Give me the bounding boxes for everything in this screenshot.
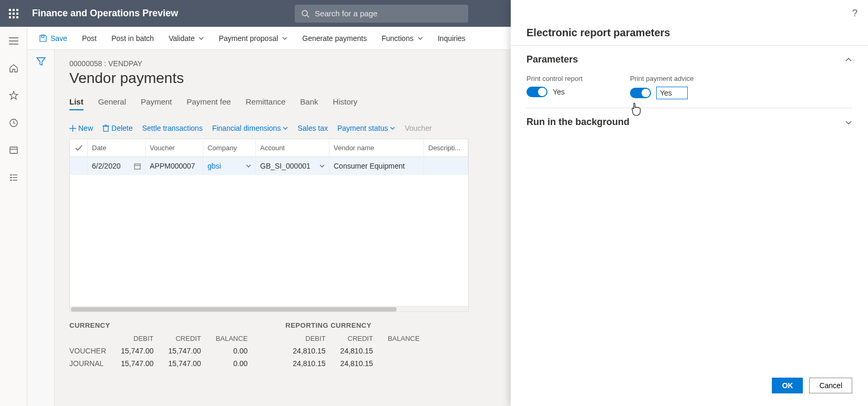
svg-rect-5 xyxy=(16,13,18,15)
search-icon xyxy=(301,9,309,18)
chevron-down-icon xyxy=(845,119,852,126)
cancel-button[interactable]: Cancel xyxy=(809,378,852,393)
flyout-title: Electronic report parameters xyxy=(511,27,868,46)
cell-account[interactable]: GB_SI_000001 xyxy=(256,157,329,175)
svg-rect-3 xyxy=(9,13,11,15)
new-button[interactable]: New xyxy=(69,124,93,132)
grid-header: Date Voucher Company Account Vendor name… xyxy=(70,139,468,157)
tab-list[interactable]: List xyxy=(69,97,84,110)
chevron-down-icon xyxy=(390,126,395,131)
col-credit: CREDIT xyxy=(333,332,380,345)
svg-rect-8 xyxy=(16,16,18,18)
row-voucher: VOUCHER xyxy=(69,345,113,357)
parameters-section: Parameters Print control report Yes Prin… xyxy=(526,46,852,108)
svg-rect-15 xyxy=(10,147,17,153)
tab-payment[interactable]: Payment xyxy=(141,97,172,110)
run-in-background-toggle[interactable]: Run in the background xyxy=(526,117,852,128)
table-row[interactable]: 6/2/2020 APPM000007 gbsi GB_SI_000001 Co… xyxy=(70,157,468,175)
print-payment-advice-field: Print payment advice Yes xyxy=(630,75,694,99)
cell-description[interactable] xyxy=(424,157,468,175)
rail-modules-icon[interactable] xyxy=(0,168,27,188)
svg-point-9 xyxy=(302,11,307,16)
print-payment-advice-label: Print payment advice xyxy=(630,75,694,82)
rail-home-icon[interactable] xyxy=(0,58,27,78)
header-voucher[interactable]: Voucher xyxy=(146,139,203,157)
chevron-down-icon xyxy=(199,36,204,41)
financial-dimensions-menu[interactable]: Financial dimensions xyxy=(212,124,288,132)
validate-menu[interactable]: Validate xyxy=(161,27,212,50)
filter-pane-toggle[interactable] xyxy=(27,50,55,406)
svg-rect-23 xyxy=(42,35,44,37)
functions-menu[interactable]: Functions xyxy=(374,27,430,50)
col-balance: BALANCE xyxy=(209,332,255,345)
header-company[interactable]: Company xyxy=(203,139,256,157)
chevron-down-icon xyxy=(282,36,287,41)
post-in-batch-button[interactable]: Post in batch xyxy=(104,27,161,50)
header-date[interactable]: Date xyxy=(88,139,146,157)
calendar-icon[interactable] xyxy=(134,163,141,170)
app-launcher[interactable] xyxy=(0,0,27,27)
cell-company[interactable]: gbsi xyxy=(203,157,256,175)
rail-favorites-icon[interactable] xyxy=(0,86,27,106)
tab-payment-fee[interactable]: Payment fee xyxy=(187,97,231,110)
col-balance: BALANCE xyxy=(380,332,427,345)
ok-button[interactable]: OK xyxy=(772,378,803,393)
header-account[interactable]: Account xyxy=(256,139,329,157)
print-control-report-toggle[interactable] xyxy=(526,87,547,97)
disk-icon xyxy=(39,34,47,43)
svg-point-19 xyxy=(10,177,12,179)
rail-recent-icon[interactable] xyxy=(0,113,27,133)
print-payment-advice-value[interactable]: Yes xyxy=(656,87,688,99)
cell-date[interactable]: 6/2/2020 xyxy=(88,157,146,175)
tab-remittance[interactable]: Remittance xyxy=(245,97,285,110)
chevron-down-icon[interactable] xyxy=(319,163,325,169)
search-input[interactable]: Search for a page xyxy=(295,5,468,23)
save-button[interactable]: Save xyxy=(32,27,75,50)
svg-rect-7 xyxy=(13,16,15,18)
print-control-report-field: Print control report Yes xyxy=(526,75,583,99)
header-vendor-name[interactable]: Vendor name xyxy=(329,139,424,157)
svg-rect-29 xyxy=(135,164,140,169)
svg-rect-0 xyxy=(9,9,11,11)
delete-button[interactable]: Delete xyxy=(102,124,132,132)
horizontal-scrollbar[interactable] xyxy=(70,306,468,311)
svg-rect-6 xyxy=(9,16,11,18)
cell-voucher[interactable]: APPM000007 xyxy=(146,157,203,175)
app-title: Finance and Operations Preview xyxy=(32,8,178,19)
svg-line-10 xyxy=(307,15,309,17)
header-description[interactable]: Descripti... xyxy=(424,139,468,157)
parameters-section-toggle[interactable]: Parameters xyxy=(526,54,852,65)
sales-tax-button[interactable]: Sales tax xyxy=(297,124,328,132)
tab-history[interactable]: History xyxy=(333,97,358,110)
inquiries-menu[interactable]: Inquiries xyxy=(430,27,473,50)
rail-hamburger[interactable] xyxy=(0,31,27,51)
print-control-report-label: Print control report xyxy=(526,75,583,82)
print-payment-advice-toggle[interactable] xyxy=(630,88,651,98)
row-selector[interactable] xyxy=(70,157,88,175)
chevron-down-icon[interactable] xyxy=(246,163,251,169)
grid-empty-area xyxy=(70,175,468,306)
svg-rect-4 xyxy=(13,13,15,15)
help-icon[interactable]: ? xyxy=(852,8,857,19)
tab-bank[interactable]: Bank xyxy=(300,97,318,110)
plus-icon xyxy=(69,125,76,132)
funnel-icon xyxy=(36,57,46,66)
cell-vendor-name[interactable]: Consumer Equipment xyxy=(329,157,424,175)
settle-transactions-button[interactable]: Settle transactions xyxy=(142,124,202,132)
select-all-header[interactable] xyxy=(70,139,88,157)
chevron-down-icon xyxy=(418,36,423,41)
svg-point-21 xyxy=(10,180,12,181)
parameters-section-title: Parameters xyxy=(526,54,578,65)
rail-workspaces-icon[interactable] xyxy=(0,140,27,160)
currency-caption: CURRENCY xyxy=(69,321,255,329)
voucher-button[interactable]: Voucher xyxy=(405,124,431,132)
search-placeholder: Search for a page xyxy=(315,9,377,18)
run-in-background-section: Run in the background xyxy=(526,108,852,136)
generate-payments-button[interactable]: Generate payments xyxy=(295,27,374,50)
post-button[interactable]: Post xyxy=(75,27,104,50)
payment-status-menu[interactable]: Payment status xyxy=(337,124,396,132)
tab-general[interactable]: General xyxy=(98,97,126,110)
payment-proposal-menu[interactable]: Payment proposal xyxy=(211,27,295,50)
row-journal: JOURNAL xyxy=(69,357,113,370)
col-credit: CREDIT xyxy=(161,332,208,345)
